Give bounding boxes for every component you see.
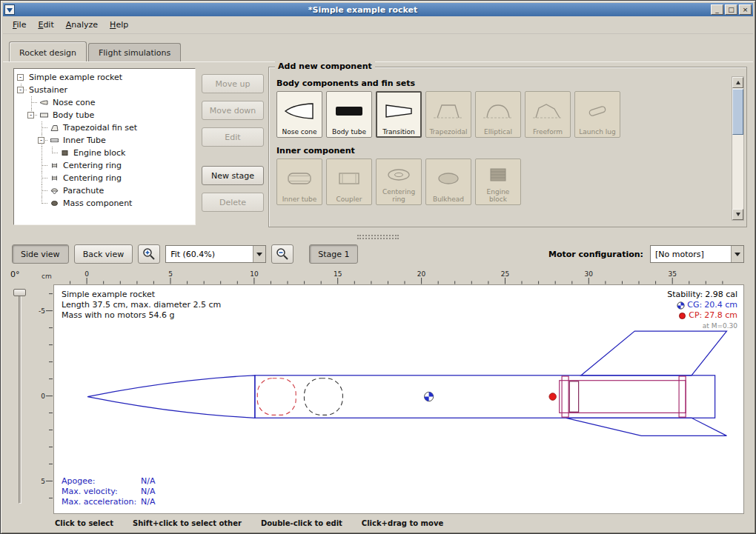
zoom-select[interactable]: Fit (60.4%) [165,245,266,263]
tree-expander[interactable]: - [27,112,34,119]
delete-button[interactable]: Delete [202,193,264,212]
component-scrollbar[interactable] [732,76,744,221]
tree-item-trapezoidal-fin-set[interactable]: Trapezoidal fin set [16,121,195,134]
drawing-area[interactable]: Simple example rocketLength 37.5 cm, max… [53,284,744,514]
trapezoid-fin-icon [432,93,465,128]
add-inner-tube-button[interactable]: Inner tube [276,158,322,205]
split-pane-divider[interactable] [3,232,753,241]
tree-item-label: Nose cone [50,98,97,107]
parachute-outline[interactable] [257,378,296,415]
svg-text:0: 0 [84,270,89,278]
flight-stat-label: Apogee: [62,476,141,487]
section-label-body-components-and-fin-sets: Body components and fin sets [276,79,746,88]
tree-item-label: Centering ring [61,173,124,183]
flight-stat-label: Max. velocity: [62,487,141,497]
tree-expander[interactable]: - [38,137,44,144]
centering-ring-1-outline[interactable] [562,376,568,417]
cg-marker [425,392,434,401]
add-transition-button[interactable]: Transition [376,91,422,138]
tree-item-label: Inner Tube [61,136,108,145]
stage-1-toggle[interactable]: Stage 1 [309,244,358,264]
nose-cone-outline[interactable] [87,376,255,418]
add-centering-ring-button[interactable]: Centering ring [376,158,422,205]
add-component-group: Add new component Body components and fi… [268,67,747,227]
component-button-label: Engine block [477,188,519,203]
add-elliptical-button[interactable]: Elliptical [475,91,521,138]
fin-upper-outline[interactable] [581,331,726,376]
component-tree[interactable]: -Simple example rocket-SustainerNose con… [13,68,196,225]
component-button-label: Trapezoidal [429,128,467,136]
back-view-button[interactable]: Back view [74,244,133,264]
fin-lower-outline[interactable] [566,418,727,435]
ruler-unit-label: cm [42,273,52,280]
tree-item-inner-tube[interactable]: -Inner Tube [16,134,195,147]
menu-analyze[interactable]: Analyze [60,17,104,33]
tree-item-simple-example-rocket[interactable]: -Simple example rocket [16,71,195,84]
tab-flight-simulations[interactable]: Flight simulations [88,43,181,61]
tree-item-centering-ring[interactable]: Centering ring [16,172,195,184]
tree-item-label: Engine block [71,148,127,158]
tree-item-mass-component[interactable]: Mass component [16,197,195,210]
body-tube-outline[interactable] [255,376,715,418]
minimize-button[interactable]: _ [711,4,723,15]
close-button[interactable]: × [739,4,752,15]
tree-item-sustainer[interactable]: -Sustainer [16,84,195,96]
zoom-in-button[interactable] [138,244,160,264]
tree-item-engine-block[interactable]: Engine block [16,147,195,159]
tree-item-centering-ring[interactable]: Centering ring [16,159,195,172]
tree-expander[interactable]: - [17,87,24,93]
rotation-slider-handle[interactable] [13,289,26,296]
move-up-button[interactable]: Move up [202,74,264,93]
tree-item-body-tube[interactable]: -Body tube [16,109,195,121]
component-button-label: Coupler [336,196,362,203]
menu-bar: FileEditAnalyzeHelp [3,16,753,34]
zoom-out-button[interactable] [271,244,294,264]
component-button-label: Freeform [533,128,563,136]
mass-icon [47,198,61,209]
tree-item-label: Parachute [61,186,106,196]
stability-legend: Stability:2.98 cal CG:20.4 cm CP:27.8 cm… [667,290,737,331]
scroll-up-button[interactable] [732,77,743,88]
add-nose-cone-button[interactable]: Nose cone [276,91,322,138]
add-launch-lug-button[interactable]: Launch lug [574,91,620,138]
tree-action-buttons: Move upMove downEditNew stageDelete [202,74,264,212]
svg-text:5: 5 [41,478,45,485]
tree-item-nose-cone[interactable]: Nose cone [16,96,195,109]
menu-edit[interactable]: Edit [32,17,59,33]
chevron-down-icon[interactable] [731,246,743,262]
app-icon[interactable] [4,4,15,15]
menu-help[interactable]: Help [104,17,134,33]
mass-component-outline[interactable] [304,378,342,415]
tree-item-parachute[interactable]: Parachute [16,184,195,197]
chevron-down-icon[interactable] [253,246,265,262]
add-trapezoidal-button[interactable]: Trapezoidal [425,91,471,138]
add-bulkhead-button[interactable]: Bulkhead [425,158,471,205]
add-engine-block-button[interactable]: Engine block [475,158,521,205]
add-body-tube-button[interactable]: Body tube [326,91,372,138]
component-button-label: Centering ring [378,188,420,203]
scroll-down-button[interactable] [732,209,743,220]
centering-ring-2-outline[interactable] [679,376,686,417]
stability-row: Stability:2.98 cal [667,290,737,300]
add-freeform-button[interactable]: Freeform [525,91,571,138]
motor-config-select[interactable]: [No motors] [650,245,744,263]
tree-item-label: Centering ring [61,161,124,170]
maximize-button[interactable]: □ [725,4,737,15]
tab-rocket-design[interactable]: Rocket design [9,41,87,61]
flight-stat-row: Apogee:N/A [62,476,155,487]
scrollbar-thumb[interactable] [732,89,743,135]
edit-button[interactable]: Edit [202,127,264,147]
titlebar[interactable]: *Simple example rocket _ □ × [3,3,753,16]
add-coupler-button[interactable]: Coupler [326,158,372,205]
tree-expander[interactable]: - [17,74,24,81]
engine-block-outline[interactable] [569,381,578,412]
rotation-slider-track[interactable] [19,292,21,504]
menu-file[interactable]: File [7,17,32,33]
new-stage-button[interactable]: New stage [202,166,264,185]
move-down-button[interactable]: Move down [202,101,264,120]
vertical-ruler: -505 [37,284,53,513]
centering-ring-icon [47,161,61,171]
horizontal-ruler: 05101520253035 [53,270,743,284]
side-view-button[interactable]: Side view [12,244,69,264]
cp-marker [549,393,556,401]
